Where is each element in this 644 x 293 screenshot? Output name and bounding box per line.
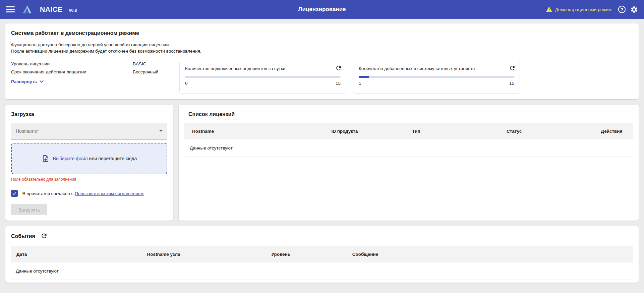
field-required-error: Поле обязательно для заполнения	[11, 177, 167, 182]
progress-current: 1	[359, 81, 361, 86]
column-message: Сообщение	[347, 246, 633, 262]
column-type: Тип	[404, 123, 499, 139]
column-status: Статус	[499, 123, 593, 139]
chevron-down-icon	[39, 78, 45, 84]
upload-card: Загрузка Hostname * Выберите файл или пе…	[5, 105, 173, 221]
column-level: Уровень	[266, 246, 347, 262]
column-node-hostname: Hostname узла	[142, 246, 266, 262]
column-actions: Действия	[593, 123, 633, 139]
refresh-icon[interactable]	[509, 65, 516, 72]
hostname-select[interactable]: Hostname *	[11, 123, 167, 139]
column-hostname: Hostname	[184, 123, 323, 139]
demo-card-title: Система работает в демонстрационном режи…	[11, 30, 633, 36]
empty-row: Данные отсутствуют	[11, 262, 633, 280]
user-agreement-link[interactable]: Пользовательским соглашением	[75, 191, 143, 196]
app-name: NAICE	[40, 5, 63, 13]
progress-current: 0	[185, 81, 188, 86]
license-expiry-value: Бессрочный	[133, 69, 158, 74]
metric-card-endpoints: Количество подключенных эндпоинтов за су…	[179, 61, 346, 94]
demo-card-line1: Функционал доступен бессрочно до первой …	[11, 42, 633, 48]
refresh-icon[interactable]	[41, 232, 48, 240]
empty-row: Данные отсутствуют	[184, 139, 633, 157]
events-card-title: События	[11, 233, 35, 239]
refresh-icon[interactable]	[335, 65, 342, 72]
hostname-label: Hostname	[16, 128, 37, 134]
license-level-label: Уровень лицензии	[11, 61, 133, 66]
file-dropzone[interactable]: Выберите файл или перетащите сюда	[11, 143, 167, 174]
required-asterisk: *	[37, 128, 39, 134]
app-header: NAICE v0.8 Лицензирование Демонстрационн…	[0, 0, 644, 19]
license-expiry-label: Срок окончания действия лицензии	[11, 69, 133, 74]
progress-max: 15	[509, 81, 514, 86]
licenses-table: Hostname ID продукта Тип Статус Действия…	[184, 123, 633, 157]
events-card: События Дата Hostname узла Уровень Сообщ…	[5, 226, 639, 283]
progress-bar	[185, 76, 341, 78]
column-product-id: ID продукта	[323, 123, 404, 139]
dropdown-caret-icon	[159, 130, 163, 132]
help-icon[interactable]: ?	[618, 6, 626, 13]
metrics-row: Количество подключенных эндпоинтов за су…	[179, 61, 520, 94]
upload-submit-button[interactable]: Загрузить	[11, 204, 47, 215]
upload-card-title: Загрузка	[11, 111, 167, 117]
checkmark-icon	[12, 191, 17, 196]
choose-file-link[interactable]: Выберите файл	[53, 156, 88, 161]
licenses-card: Список лицензий Hostname ID продукта Тип…	[179, 105, 639, 221]
column-date: Дата	[11, 246, 142, 262]
progress-bar	[359, 76, 514, 78]
expand-button[interactable]: Развернуть	[11, 78, 45, 84]
agreement-text: Я прочитал и согласен с	[22, 191, 75, 196]
app-logo-icon	[22, 5, 32, 14]
table-header-row: Hostname ID продукта Тип Статус Действия	[184, 123, 633, 139]
metric-card-devices: Количество добавленных в систему сетевых…	[353, 61, 520, 94]
page-title: Лицензирование	[298, 6, 346, 13]
agreement-checkbox[interactable]	[11, 190, 18, 197]
licenses-card-title: Список лицензий	[184, 111, 633, 117]
events-table: Дата Hostname узла Уровень Сообщение Дан…	[11, 246, 633, 280]
settings-gear-icon[interactable]	[630, 6, 638, 13]
demo-mode-badge: Демонстрационный режим	[555, 7, 611, 12]
warning-icon	[546, 6, 552, 12]
metric-title: Количество добавленных в систему сетевых…	[359, 66, 514, 71]
demo-card-line2: После активации лицензии деморежим будет…	[11, 48, 633, 54]
upload-file-icon	[42, 155, 50, 163]
demo-mode-card: Система работает в демонстрационном режи…	[5, 23, 639, 99]
dropzone-hint: или перетащите сюда	[88, 156, 137, 161]
table-header-row: Дата Hostname узла Уровень Сообщение	[11, 246, 633, 262]
license-level-value: BASIC	[133, 61, 147, 66]
app-version: v0.8	[69, 8, 77, 13]
hamburger-menu-icon[interactable]	[6, 6, 15, 13]
expand-label: Развернуть	[11, 79, 37, 84]
no-data-text: Данные отсутствуют	[184, 139, 633, 157]
metric-title: Количество подключенных эндпоинтов за су…	[185, 66, 341, 71]
no-data-text: Данные отсутствуют	[11, 262, 633, 280]
progress-max: 15	[336, 81, 341, 86]
